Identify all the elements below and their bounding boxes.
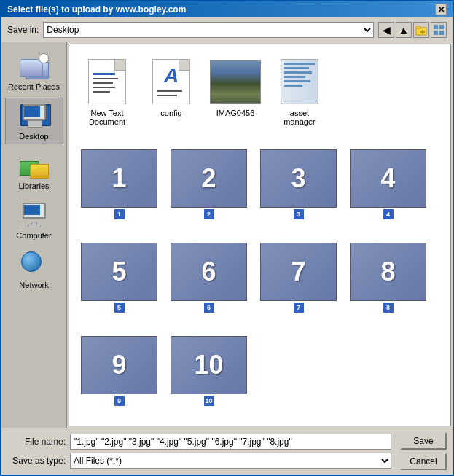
sidebar-item-computer[interactable]: Computer: [5, 197, 63, 243]
filetype-row: Save as type: All Files (*.*): [7, 453, 391, 469]
badge-10: 10: [204, 396, 214, 406]
num-grid-1: 1 1 2 2 3 3: [75, 144, 445, 225]
label-row-4: 4: [383, 209, 394, 219]
config-icon-area: A: [146, 56, 197, 107]
toolbar: Save in: Desktop ◀ ▲: [1, 17, 453, 42]
file-label-imag0456: IMAG0456: [216, 109, 255, 117]
sidebar-item-network[interactable]: Network: [5, 246, 63, 293]
save-in-label: Save in:: [7, 25, 39, 35]
svg-rect-4: [434, 25, 438, 29]
text-doc-icon-area: [82, 56, 133, 107]
asset-icon-area: [274, 56, 325, 107]
photo-visual: [210, 60, 261, 104]
file-item-5[interactable]: 5 5: [78, 240, 160, 316]
new-folder-icon: [415, 24, 427, 36]
file-item-10[interactable]: 10 10: [168, 333, 250, 409]
label-row-10: 10: [204, 396, 214, 406]
title-bar-text: Select file(s) to upload by www.bogley.c…: [7, 4, 186, 15]
sidebar-label-computer: Computer: [16, 231, 51, 240]
label-row-7: 7: [294, 303, 304, 313]
libraries-icon: [20, 151, 49, 180]
thumb-9: 9: [81, 336, 157, 394]
badge-1: 1: [114, 209, 125, 219]
num-grid-3: 9 9 10 10: [75, 330, 445, 412]
thumb-3: 3: [260, 149, 337, 208]
badge-9: 9: [114, 396, 125, 406]
photo-icon-area: [210, 56, 261, 107]
badge-5: 5: [114, 303, 125, 313]
toolbar-buttons: ◀ ▲: [378, 22, 447, 38]
save-button[interactable]: Save: [400, 432, 447, 450]
sidebar-item-libraries[interactable]: Libraries: [5, 147, 63, 194]
sidebar-item-desktop[interactable]: Desktop: [5, 98, 63, 144]
file-item-1[interactable]: 1 1: [78, 147, 160, 222]
label-row-2: 2: [204, 209, 214, 219]
svg-rect-6: [434, 31, 438, 35]
label-row-8: 8: [383, 303, 394, 313]
computer-icon: [20, 200, 49, 230]
desktop-icon: [20, 101, 49, 130]
text-doc-visual: [88, 59, 126, 104]
num-grid-2: 5 5 6 6 7 7: [75, 237, 445, 319]
thumb-2: 2: [171, 149, 247, 208]
up-button[interactable]: ▲: [396, 22, 412, 38]
badge-3: 3: [294, 209, 304, 219]
label-row-6: 6: [204, 303, 214, 313]
file-label-new-text-document: New Text Document: [81, 109, 133, 126]
file-item-imag0456[interactable]: IMAG0456: [206, 53, 265, 129]
thumb-7: 7: [260, 243, 337, 301]
sidebar-label-desktop: Desktop: [19, 132, 48, 141]
view-button[interactable]: [431, 22, 447, 38]
svg-rect-5: [439, 25, 444, 29]
file-item-8[interactable]: 8 8: [347, 240, 429, 316]
file-item-9[interactable]: 9 9: [78, 333, 160, 409]
recent-places-icon: [20, 52, 49, 81]
svg-rect-1: [416, 26, 420, 28]
filename-input[interactable]: [70, 434, 391, 450]
top-files: New Text Document A: [75, 50, 445, 132]
title-bar: Select file(s) to upload by www.bogley.c…: [1, 1, 453, 17]
back-button[interactable]: ◀: [378, 22, 394, 38]
filetype-select[interactable]: All Files (*.*): [70, 453, 391, 469]
sidebar-label-recent-places: Recent Places: [8, 82, 60, 91]
sidebar-label-libraries: Libraries: [18, 182, 49, 190]
sidebar-item-recent-places[interactable]: Recent Places: [5, 48, 63, 95]
file-label-asset-manager: asset manager: [273, 109, 326, 126]
file-item-new-text-document[interactable]: New Text Document: [78, 53, 136, 129]
badge-4: 4: [383, 209, 394, 219]
sidebar: Recent Places Desktop: [1, 42, 67, 428]
label-row-3: 3: [294, 209, 304, 219]
network-icon: [20, 250, 49, 279]
file-label-config: config: [160, 109, 181, 117]
save-in-select[interactable]: Desktop: [43, 22, 374, 38]
thumb-4: 4: [350, 149, 426, 208]
file-item-6[interactable]: 6 6: [168, 240, 250, 316]
file-item-config[interactable]: A config: [142, 53, 200, 129]
dialog-window: Select file(s) to upload by www.bogley.c…: [0, 0, 454, 476]
bottom-bar: File name: Save as type: All Files (*.*)…: [1, 428, 453, 475]
file-item-4[interactable]: 4 4: [347, 147, 429, 222]
sidebar-label-network: Network: [19, 281, 48, 289]
new-folder-button[interactable]: [413, 22, 429, 38]
main-area: Recent Places Desktop: [1, 42, 453, 428]
filetype-label: Save as type:: [7, 456, 66, 466]
cancel-button[interactable]: Cancel: [400, 453, 447, 470]
badge-7: 7: [294, 303, 304, 313]
file-list[interactable]: New Text Document A: [69, 44, 451, 426]
file-item-asset-manager[interactable]: asset manager: [270, 53, 329, 129]
thumb-1: 1: [81, 149, 157, 208]
badge-8: 8: [383, 303, 394, 313]
thumb-8: 8: [350, 243, 426, 301]
badge-2: 2: [204, 209, 214, 219]
filename-label: File name:: [7, 437, 66, 447]
file-item-7[interactable]: 7 7: [257, 240, 340, 316]
svg-rect-7: [439, 31, 444, 35]
filename-row: File name:: [7, 434, 391, 450]
label-row-9: 9: [114, 396, 125, 406]
file-item-3[interactable]: 3 3: [257, 147, 340, 222]
file-item-2[interactable]: 2 2: [168, 147, 250, 222]
badge-6: 6: [204, 303, 214, 313]
thumb-5: 5: [81, 243, 157, 301]
close-button[interactable]: ✕: [435, 4, 447, 15]
asset-visual: [281, 59, 318, 104]
